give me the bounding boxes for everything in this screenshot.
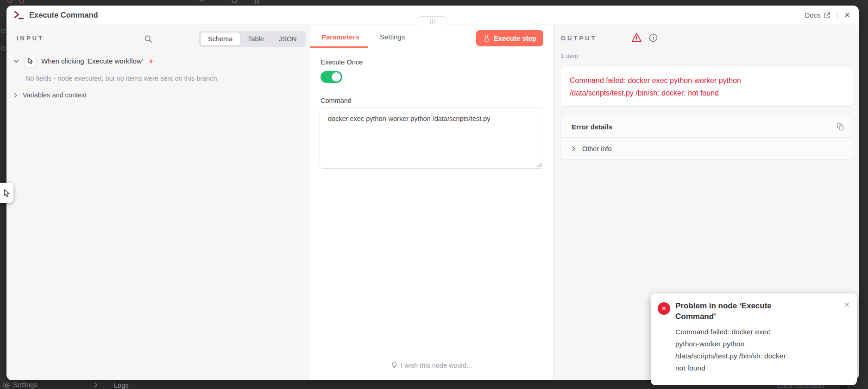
search-icon[interactable] — [144, 34, 153, 44]
sidebar-item-settings: Settings — [13, 381, 37, 389]
docs-link[interactable]: Docs — [805, 11, 830, 19]
execute-once-label: Execute Once — [321, 58, 363, 66]
terminal-icon — [13, 9, 25, 21]
layout-icon — [254, 0, 260, 6]
prev-node-chip[interactable] — [0, 183, 13, 203]
output-error-box: Command failed: docker exec python-worke… — [560, 67, 853, 107]
error-toast: ✕ Problem in node ‘Execute Command’ ✕ Co… — [651, 293, 857, 385]
error-details-box: Error details Other info — [560, 116, 853, 160]
tab-schema[interactable]: Schema — [200, 32, 240, 46]
logs-panel-label: Logs — [114, 382, 128, 389]
toast-close-button[interactable]: ✕ — [844, 301, 850, 309]
toast-title: Problem in node ‘Execute Command’ — [675, 300, 791, 322]
input-view-switcher: Schema Table JSON — [199, 31, 306, 47]
variables-and-context-label: Variables and context — [23, 91, 87, 99]
chevron-right-icon — [13, 92, 19, 98]
node-feedback-link[interactable]: I wish this node would... — [310, 362, 553, 369]
execute-step-label: Execute step — [494, 34, 537, 42]
input-panel-label: INPUT — [17, 35, 44, 42]
command-label: Command — [321, 97, 352, 104]
error-details-header: Error details — [560, 116, 853, 138]
cursor-icon — [3, 189, 11, 198]
chevron-right-icon — [93, 382, 99, 388]
error-badge-icon: ✕ — [658, 302, 670, 315]
parameters-panel: Parameters Settings Execute step Execute… — [310, 25, 553, 380]
tab-table[interactable]: Table — [240, 32, 271, 46]
tab-parameters[interactable]: Parameters — [321, 25, 359, 48]
execute-once-toggle[interactable] — [321, 71, 342, 83]
chevron-down-icon[interactable] — [13, 58, 19, 64]
lightning-icon — [148, 57, 155, 65]
close-button[interactable]: ✕ — [844, 12, 850, 19]
node-title[interactable]: Execute Command — [29, 11, 98, 19]
lightbulb-icon — [391, 362, 397, 369]
dimmed-canvas-overlay: + Settings Logs Clear execution — [0, 0, 868, 389]
chevron-right-icon — [571, 146, 577, 152]
parameters-tabs: Parameters Settings Execute step — [310, 25, 553, 48]
output-items-count: 1 item — [561, 52, 578, 59]
toast-message: Command failed: docker exec python-worke… — [675, 326, 824, 374]
input-empty-message: No fields - node executed, but no items … — [25, 75, 217, 82]
copy-icon[interactable] — [837, 123, 844, 131]
docs-label: Docs — [805, 11, 820, 19]
textarea-resize-handle[interactable] — [537, 162, 542, 167]
other-info-label: Other info — [582, 145, 612, 153]
trigger-node-row: When clicking ‘Execute workflow’ — [13, 55, 155, 67]
wish-label: I wish this node would... — [401, 362, 472, 369]
execute-step-button[interactable]: Execute step — [476, 30, 543, 46]
tab-settings[interactable]: Settings — [380, 25, 405, 48]
sidebar-hint-icon — [1, 29, 6, 33]
panel-drag-handle[interactable] — [418, 16, 447, 26]
error-details-label: Error details — [572, 123, 837, 131]
tab-json[interactable]: JSON — [271, 32, 304, 46]
sidebar-hint-icon — [1, 46, 6, 51]
n8n-logo — [7, 0, 35, 5]
manual-trigger-node-icon — [24, 55, 37, 67]
external-link-icon — [824, 12, 831, 19]
active-tab-underline — [310, 46, 368, 48]
search-canvas-icon — [232, 0, 237, 3]
command-input[interactable]: docker exec python-worker python /data/s… — [320, 108, 543, 169]
zoom-in-icon: + — [199, 0, 204, 6]
output-error-message: Command failed: docker exec python-worke… — [570, 74, 843, 99]
other-info-toggle[interactable]: Other info — [560, 138, 853, 159]
cursor-icon — [27, 57, 34, 64]
output-panel-label: OUTPUT — [561, 35, 597, 42]
gear-icon — [2, 382, 10, 389]
variables-and-context-toggle[interactable]: Variables and context — [13, 91, 87, 99]
warning-triangle-icon[interactable] — [631, 32, 642, 43]
flask-icon — [483, 34, 490, 42]
trigger-node-label[interactable]: When clicking ‘Execute workflow’ — [41, 57, 143, 65]
input-panel: INPUT Schema Table JSON — [6, 25, 310, 380]
header-divider — [837, 11, 838, 19]
info-icon[interactable] — [649, 33, 658, 42]
